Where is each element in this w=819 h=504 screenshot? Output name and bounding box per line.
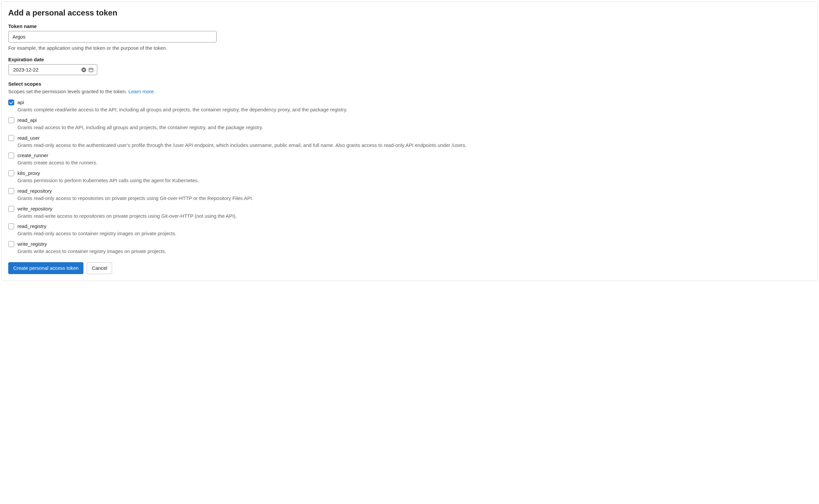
scope-checkbox-api[interactable] [8, 99, 14, 105]
scope-desc-write_registry: Grants write access to container registr… [17, 248, 811, 255]
scope-item-create_runner: create_runnerGrants create access to the… [8, 152, 811, 166]
scope-list: apiGrants complete read/write access to … [8, 99, 811, 255]
scope-desc-write_repository: Grants read-write access to repositories… [17, 212, 811, 220]
scopes-label: Select scopes [8, 81, 811, 87]
scope-checkbox-write_registry[interactable] [8, 241, 14, 247]
scopes-description: Scopes set the permission levels granted… [8, 89, 811, 94]
scope-name-read_api[interactable]: read_api [17, 117, 811, 124]
scope-name-write_repository[interactable]: write_repository [17, 205, 811, 212]
scope-desc-read_repository: Grants read-only access to repositories … [17, 195, 811, 202]
cancel-button[interactable]: Cancel [87, 262, 112, 274]
svg-rect-1 [89, 68, 93, 72]
scope-desc-read_api: Grants read access to the API, including… [17, 124, 811, 131]
scope-item-read_repository: read_repositoryGrants read-only access t… [8, 187, 811, 202]
scope-name-read_user[interactable]: read_user [17, 134, 811, 141]
scope-name-read_repository[interactable]: read_repository [17, 187, 811, 194]
token-name-help: For example, the application using the t… [8, 45, 811, 51]
scope-checkbox-k8s_proxy[interactable] [8, 170, 14, 176]
scope-name-api[interactable]: api [17, 99, 811, 106]
scope-item-read_user: read_userGrants read-only access to the … [8, 134, 811, 149]
page-title: Add a personal access token [8, 8, 811, 17]
clear-date-icon[interactable] [81, 67, 86, 72]
expiration-date-field[interactable] [8, 64, 97, 75]
scope-name-k8s_proxy[interactable]: k8s_proxy [17, 170, 811, 177]
scope-item-k8s_proxy: k8s_proxyGrants permission to perform Ku… [8, 170, 811, 184]
button-row: Create personal access token Cancel [8, 262, 811, 274]
scope-name-write_registry[interactable]: write_registry [17, 240, 811, 247]
add-token-panel: Add a personal access token Token name F… [1, 1, 818, 281]
scope-desc-read_user: Grants read-only access to the authentic… [17, 142, 811, 149]
scopes-section: Select scopes Scopes set the permission … [8, 81, 811, 255]
scope-item-read_api: read_apiGrants read access to the API, i… [8, 117, 811, 131]
scope-checkbox-read_registry[interactable] [8, 223, 14, 229]
scope-item-write_repository: write_repositoryGrants read-write access… [8, 205, 811, 220]
scope-checkbox-read_user[interactable] [8, 135, 14, 141]
scope-name-read_registry[interactable]: read_registry [17, 223, 811, 230]
expiration-section: Expiration date [8, 57, 811, 75]
scope-checkbox-read_repository[interactable] [8, 188, 14, 194]
scope-checkbox-read_api[interactable] [8, 117, 14, 123]
token-name-section: Token name For example, the application … [8, 23, 811, 51]
scope-checkbox-write_repository[interactable] [8, 206, 14, 212]
scope-desc-api: Grants complete read/write access to the… [17, 106, 811, 113]
scope-item-read_registry: read_registryGrants read-only access to … [8, 223, 811, 237]
scope-desc-read_registry: Grants read-only access to container reg… [17, 230, 811, 237]
scope-item-write_registry: write_registryGrants write access to con… [8, 240, 811, 255]
expiration-label: Expiration date [8, 57, 811, 62]
create-token-button[interactable]: Create personal access token [8, 262, 83, 274]
scope-name-create_runner[interactable]: create_runner [17, 152, 811, 159]
scope-desc-k8s_proxy: Grants permission to perform Kubernetes … [17, 177, 811, 184]
scope-checkbox-create_runner[interactable] [8, 153, 14, 158]
scope-item-api: apiGrants complete read/write access to … [8, 99, 811, 113]
expiration-date-input[interactable] [13, 67, 81, 73]
learn-more-link[interactable]: Learn more. [128, 89, 155, 94]
calendar-icon[interactable] [88, 67, 94, 72]
scope-desc-create_runner: Grants create access to the runners. [17, 159, 811, 166]
token-name-label: Token name [8, 23, 811, 29]
token-name-input[interactable] [8, 31, 217, 42]
